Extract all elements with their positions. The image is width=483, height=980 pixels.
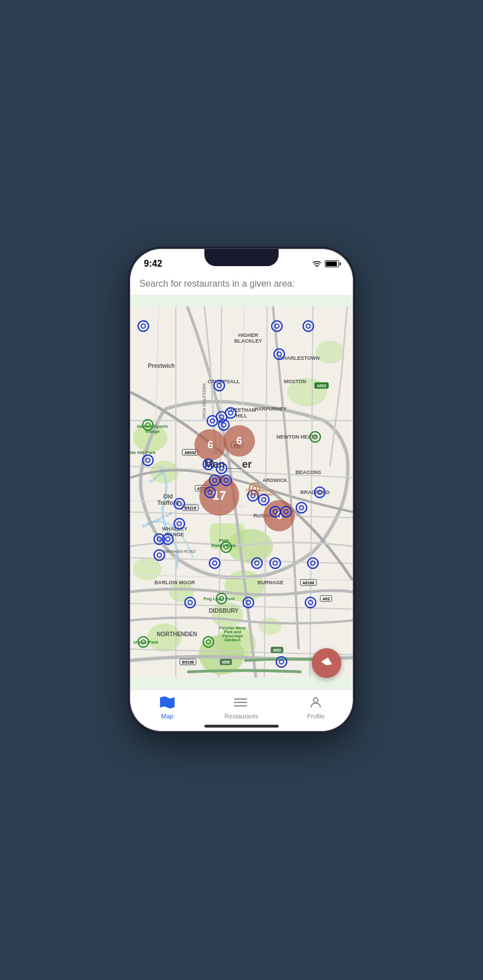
svg-point-77 (273, 509, 277, 513)
svg-point-90 (243, 597, 253, 608)
pin-park-3[interactable] (202, 636, 215, 648)
notch (204, 249, 279, 266)
label-moston: MOSTON (284, 379, 306, 384)
status-time: 9:42 (144, 259, 162, 269)
svg-point-30 (272, 321, 282, 331)
pin-4[interactable] (213, 379, 226, 392)
tab-map-label: Map (161, 713, 173, 720)
svg-point-52 (216, 463, 227, 473)
pin-15[interactable] (204, 486, 216, 499)
svg-point-85 (273, 561, 277, 565)
pin-29[interactable] (307, 557, 319, 569)
tab-profile[interactable]: Profile (279, 694, 353, 720)
svg-point-66 (163, 534, 173, 544)
svg-point-120 (313, 698, 318, 702)
pin-park-5[interactable] (309, 431, 321, 443)
badge-a663: A663 (315, 382, 329, 388)
svg-point-93 (308, 600, 312, 604)
svg-point-105 (224, 545, 228, 549)
svg-point-57 (224, 478, 228, 482)
location-button[interactable] (312, 648, 341, 678)
pin-25[interactable] (280, 505, 292, 518)
svg-point-102 (143, 420, 153, 430)
svg-point-73 (251, 494, 255, 498)
pin-8[interactable] (218, 419, 230, 431)
svg-point-43 (211, 419, 215, 423)
svg-point-74 (259, 495, 269, 505)
pin-34[interactable] (313, 486, 326, 499)
pin-27[interactable] (251, 557, 263, 569)
pin-park-4[interactable] (137, 636, 150, 648)
pin-9[interactable] (137, 320, 150, 332)
search-input[interactable] (139, 279, 344, 289)
badge-m60: M60 (271, 646, 284, 653)
map-container[interactable]: Prestwich HIGHERBLACKLEY CHARLESTOWN CRU… (130, 295, 353, 689)
pin-12[interactable] (215, 462, 228, 475)
svg-point-35 (277, 352, 281, 356)
pin-park-2[interactable] (215, 592, 228, 605)
pin-2[interactable] (302, 320, 315, 332)
map-icon (159, 694, 175, 710)
person-icon (308, 694, 324, 710)
svg-point-86 (308, 558, 318, 568)
badge-b5168: B5168 (180, 658, 196, 665)
search-bar[interactable] (130, 274, 353, 295)
list-icon (234, 694, 249, 710)
svg-point-34 (274, 348, 284, 359)
pin-23[interactable] (257, 493, 270, 506)
svg-point-92 (305, 597, 316, 608)
svg-point-110 (138, 637, 148, 647)
svg-point-113 (313, 435, 317, 439)
wifi-icon (312, 260, 321, 267)
pin-19[interactable] (162, 533, 174, 545)
pin-33[interactable] (275, 656, 288, 668)
pin-salford[interactable] (142, 419, 154, 431)
pin-11[interactable] (202, 458, 215, 471)
svg-point-58 (205, 487, 215, 497)
pin-14[interactable] (220, 474, 232, 487)
tab-map[interactable]: Map (130, 694, 204, 720)
svg-point-79 (284, 509, 288, 513)
pin-30[interactable] (184, 596, 196, 609)
status-icons (312, 260, 339, 267)
pin-3[interactable] (273, 348, 285, 360)
svg-point-46 (138, 321, 148, 331)
tab-restaurants[interactable]: Restaurants (204, 694, 279, 720)
svg-point-70 (210, 558, 220, 568)
pin-1[interactable] (271, 320, 283, 332)
tab-restaurants-label: Restaurants (224, 713, 258, 720)
pin-31[interactable] (242, 596, 255, 609)
pin-16[interactable] (173, 497, 186, 510)
svg-point-82 (252, 558, 262, 568)
svg-point-63 (177, 521, 181, 525)
pin-28[interactable] (269, 557, 281, 569)
pin-21[interactable] (208, 557, 221, 569)
cluster-6a[interactable]: 6 (195, 429, 226, 460)
pin-university[interactable] (248, 482, 261, 495)
label-abraham-road: ABRAHAM ROAD (163, 549, 195, 553)
pin-26[interactable] (295, 501, 308, 514)
svg-point-108 (203, 637, 213, 647)
svg-point-87 (311, 561, 315, 565)
svg-point-53 (219, 466, 223, 470)
svg-point-104 (221, 542, 231, 552)
pin-17[interactable] (173, 517, 186, 530)
svg-point-89 (188, 600, 192, 604)
svg-point-42 (207, 416, 218, 426)
svg-point-45 (222, 423, 226, 427)
svg-point-13 (259, 618, 281, 635)
pin-20[interactable] (153, 549, 166, 561)
pin-10[interactable] (142, 454, 154, 467)
svg-point-44 (219, 420, 229, 430)
svg-point-56 (221, 475, 231, 485)
svg-point-112 (310, 432, 320, 442)
label-higher-blackley: HIGHERBLACKLEY (234, 332, 262, 344)
svg-point-111 (142, 640, 146, 644)
pin-park-1[interactable] (220, 541, 232, 553)
svg-point-54 (210, 475, 220, 485)
svg-point-118 (234, 702, 236, 704)
svg-point-51 (206, 462, 210, 466)
pin-32[interactable] (304, 596, 317, 609)
svg-point-47 (142, 324, 146, 328)
svg-point-36 (214, 380, 224, 391)
